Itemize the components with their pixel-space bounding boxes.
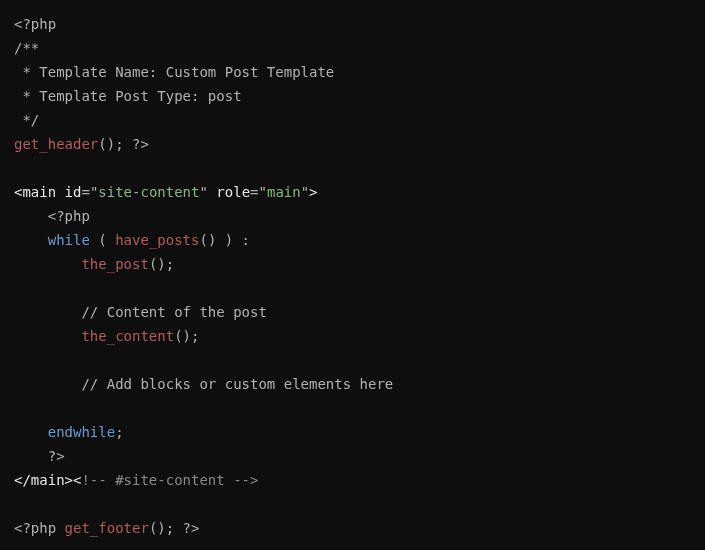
- tag-name: main: [22, 184, 56, 200]
- comment: /**: [14, 40, 39, 56]
- comment: */: [14, 112, 39, 128]
- code-line: // Content of the post: [14, 304, 267, 320]
- php-open-tag: <?php: [14, 16, 56, 32]
- fn-call: get_header: [14, 136, 98, 152]
- code-line: ?>: [14, 448, 65, 464]
- code-line: * Template Post Type: post: [14, 88, 242, 104]
- attr-value: main: [267, 184, 301, 200]
- code-line: <?php get_footer(); ?>: [14, 520, 199, 536]
- attr-name: id: [65, 184, 82, 200]
- code-line: get_header(); ?>: [14, 136, 149, 152]
- fn-call: the_post: [81, 256, 148, 272]
- code-line: // Add blocks or custom elements here: [14, 376, 393, 392]
- tag-name: main: [31, 472, 65, 488]
- comment: // Content of the post: [81, 304, 266, 320]
- code-editor[interactable]: <?php /** * Template Name: Custom Post T…: [0, 0, 705, 550]
- code-line: * Template Name: Custom Post Template: [14, 64, 334, 80]
- fn-call: the_content: [81, 328, 174, 344]
- comment: // Add blocks or custom elements here: [81, 376, 393, 392]
- php-open-tag: <?php: [48, 208, 90, 224]
- code-line: */: [14, 112, 39, 128]
- code-line: /**: [14, 40, 39, 56]
- fn-call: get_footer: [65, 520, 149, 536]
- code-line: endwhile;: [14, 424, 124, 440]
- fn-call: have_posts: [115, 232, 199, 248]
- php-open-tag: <?php: [14, 520, 65, 536]
- comment: !-- #site-content -->: [81, 472, 258, 488]
- keyword: while: [48, 232, 90, 248]
- code-line: the_content();: [14, 328, 199, 344]
- code-line: while ( have_posts() ) :: [14, 232, 250, 248]
- attr-value: site-content: [98, 184, 199, 200]
- code-line: <?php: [14, 16, 56, 32]
- comment: * Template Name: Custom Post Template: [14, 64, 334, 80]
- code-line: the_post();: [14, 256, 174, 272]
- comment: * Template Post Type: post: [14, 88, 242, 104]
- code-line: <?php: [14, 208, 90, 224]
- code-line: </main><!-- #site-content -->: [14, 472, 258, 488]
- php-close-tag: ?>: [48, 448, 65, 464]
- keyword: endwhile: [48, 424, 115, 440]
- attr-name: role: [216, 184, 250, 200]
- code-line: <main id="site-content" role="main">: [14, 184, 318, 200]
